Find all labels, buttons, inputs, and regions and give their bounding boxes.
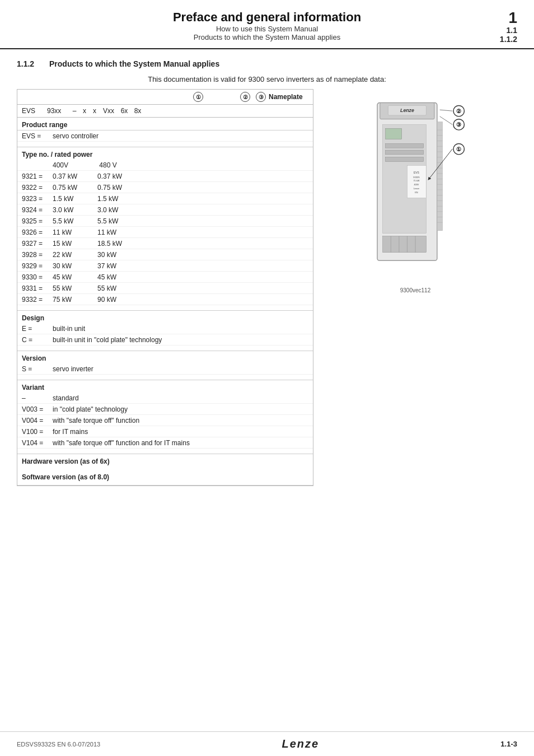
svg-text:9332S: 9332S (413, 176, 420, 179)
power-row-9: 9330 = 45 kW45 kW (17, 272, 313, 283)
svg-text:400V: 400V (414, 183, 419, 186)
evs-x2: x (90, 107, 100, 115)
voltage-400v: 400V (53, 161, 97, 169)
evs-x1: x (79, 107, 90, 115)
evs-8x: 8x (131, 107, 144, 115)
header-title-block: Preface and general information How to u… (50, 10, 484, 41)
design-row-0: E = built-in unit (17, 323, 313, 334)
svg-text:EVS: EVS (414, 171, 419, 174)
svg-text:①: ① (456, 146, 461, 152)
section-description: This documentation is valid for 9300 ser… (0, 72, 534, 89)
type-power-header: Type no. / rated power (17, 147, 313, 160)
hardware-header: Hardware version (as of 6x) (17, 454, 313, 466)
voltage-header-row: 400V 480 V (17, 160, 313, 171)
evs-6x: 6x (118, 107, 131, 115)
svg-rect-33 (386, 157, 424, 162)
power-row-4: 9325 = 5.5 kW5.5 kW (17, 216, 313, 227)
header-sub2: Products to which the System Manual appl… (194, 33, 340, 41)
variant-row-0: – standard (17, 393, 313, 404)
section-number: 1.1.2 (17, 59, 39, 68)
evs-key: EVS = (22, 132, 53, 140)
svg-text:②: ② (456, 108, 461, 114)
svg-rect-31 (386, 143, 424, 148)
header-main-title: Preface and general information (173, 10, 361, 25)
right-panel: ② ③ ① Lenze (313, 89, 517, 486)
variant-header: Variant (17, 380, 313, 393)
page: Preface and general information How to u… (0, 0, 534, 756)
page-header: Preface and general information How to u… (0, 0, 534, 49)
svg-rect-41 (383, 236, 427, 253)
variant-row-3: V100 = for IT mains (17, 426, 313, 437)
design-row-1: C = built-in unit in "cold plate" techno… (17, 334, 313, 346)
variant-row-1: V003 = in "cold plate" technology (17, 404, 313, 415)
col-header-row: ① ② ③ Nameplate (17, 90, 313, 105)
svg-rect-30 (386, 128, 402, 139)
page-footer: EDSVS9332S EN 6.0-07/2013 Lenze 1.1-3 (0, 731, 534, 756)
software-header: Software version (as of 8.0) (17, 470, 313, 482)
section-title: Products to which the System Manual appl… (49, 59, 219, 68)
power-rows-container: 9321 = 0.37 kW0.37 kW 9322 = 0.75 kW0.75… (17, 171, 313, 305)
footer-doc-id: EDSVS9332S EN 6.0-07/2013 (17, 741, 100, 748)
voltage-480v: 480 V (99, 161, 116, 169)
header-num-main: 1 (508, 10, 517, 26)
power-row-0: 9321 = 0.37 kW0.37 kW (17, 171, 313, 182)
evs-label: EVS (22, 107, 47, 115)
power-row-6: 9327 = 15 kW18.5 kW (17, 238, 313, 249)
variant-row-2: V004 = with "safe torque off" function (17, 415, 313, 426)
circle1-header: ① (187, 92, 209, 102)
device-caption: 9300vec112 (400, 287, 431, 293)
header-num-sub1: 1.1 (507, 26, 517, 35)
evs-dash: – (69, 107, 79, 115)
content-area: ① ② ③ Nameplate EVS 93xx – x x Vxx 6x (0, 89, 534, 486)
power-row-11: 9332 = 75 kW90 kW (17, 294, 313, 305)
svg-text:Lenze: Lenze (414, 187, 420, 190)
svg-text:75 kW: 75 kW (413, 179, 419, 182)
svg-rect-11 (437, 122, 443, 231)
variant-row-4: V104 = with "safe torque off" function a… (17, 437, 313, 449)
version-row-0: S = servo inverter (17, 363, 313, 375)
circle3-header: ③ (253, 92, 269, 102)
product-range-header: Product range (17, 118, 313, 130)
power-row-3: 9324 = 3.0 kW3.0 kW (17, 204, 313, 216)
power-row-7: 3928 = 22 kW30 kW (17, 249, 313, 260)
power-row-2: 9323 = 1.5 kW1.5 kW (17, 193, 313, 204)
svg-line-47 (440, 110, 452, 111)
evs-value: servo controller (53, 132, 308, 140)
footer-brand: Lenze (282, 738, 319, 750)
svg-text:EN: EN (415, 191, 418, 194)
version-header: Version (17, 351, 313, 363)
header-num-sub2: 1.1.2 (500, 35, 517, 44)
power-row-1: 9322 = 0.75 kW0.75 kW (17, 182, 313, 193)
footer-page-num: 1.1-3 (500, 740, 517, 748)
evs-code-row: EVS 93xx – x x Vxx 6x 8x (17, 105, 313, 118)
design-header: Design (17, 311, 313, 323)
svg-text:③: ③ (456, 122, 461, 128)
evs-93xx: 93xx (47, 107, 69, 115)
left-panel: ① ② ③ Nameplate EVS 93xx – x x Vxx 6x (17, 89, 313, 486)
evs-desc-row: EVS = servo controller (17, 130, 313, 142)
circle2-header: ② (237, 92, 253, 102)
evs-vxx: Vxx (100, 107, 118, 115)
svg-rect-32 (386, 150, 424, 155)
section-heading: 1.1.2 Products to which the System Manua… (0, 49, 534, 72)
header-sub1: How to use this System Manual (216, 25, 318, 33)
header-numbers: 1 1.1 1.1.2 (484, 10, 517, 44)
device-svg: ② ③ ① Lenze (359, 95, 471, 285)
svg-text:Lenze: Lenze (400, 108, 414, 113)
power-row-5: 9326 = 11 kW11 kW (17, 227, 313, 238)
power-row-8: 9329 = 30 kW37 kW (17, 260, 313, 272)
nameplate-header: Nameplate (269, 93, 308, 101)
power-row-10: 9331 = 55 kW55 kW (17, 283, 313, 294)
